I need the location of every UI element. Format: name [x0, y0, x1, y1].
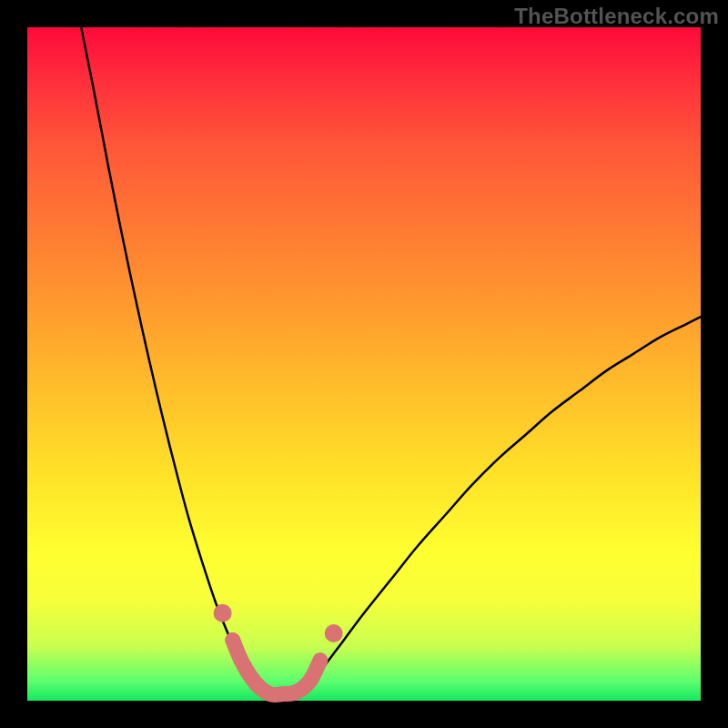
- marker-dot-right: [325, 624, 343, 642]
- highlighted-bottom-segment: [233, 640, 320, 694]
- watermark: TheBottleneck.com: [514, 4, 719, 29]
- marker-layer: [27, 27, 701, 701]
- marker-dot-left: [214, 604, 232, 622]
- chart-frame: TheBottleneck.com: [0, 0, 728, 728]
